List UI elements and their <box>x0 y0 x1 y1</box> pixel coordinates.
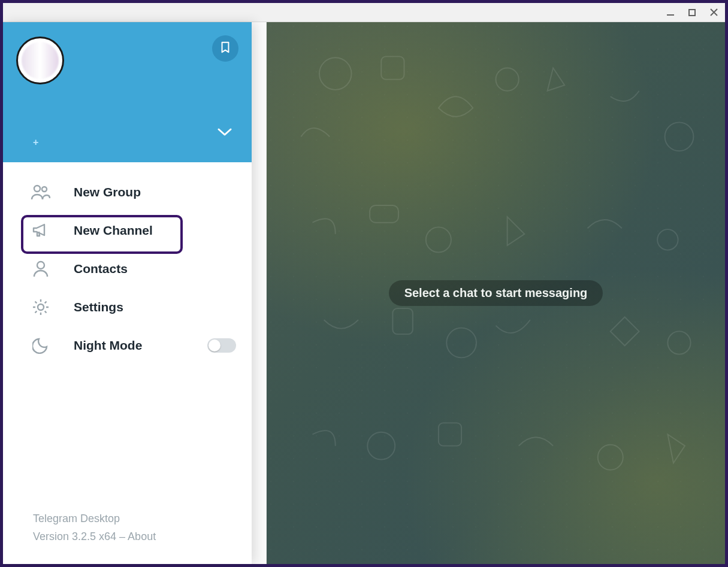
svg-rect-1 <box>689 10 695 16</box>
svg-point-11 <box>665 122 694 151</box>
drawer-menu: New Group New Channel <box>3 162 252 365</box>
menu-item-new-group[interactable]: New Group <box>3 173 252 211</box>
svg-point-7 <box>38 304 44 310</box>
svg-point-20 <box>598 445 623 470</box>
toggle-knob <box>209 339 220 351</box>
menu-label: New Group <box>74 185 141 199</box>
close-button[interactable] <box>709 8 718 17</box>
app-window: + New Group <box>0 0 728 567</box>
menu-label: Settings <box>74 300 123 314</box>
menu-label: New Channel <box>74 223 153 238</box>
svg-rect-19 <box>439 423 461 445</box>
drawer-header: + <box>3 22 252 162</box>
maximize-button[interactable] <box>688 8 696 17</box>
menu-item-contacts[interactable]: Contacts <box>3 250 252 288</box>
drawer-footer: Telegram Desktop Version 3.2.5 x64 – Abo… <box>3 510 252 564</box>
avatar[interactable] <box>16 37 64 84</box>
svg-point-17 <box>667 331 690 354</box>
app-name-label: Telegram Desktop <box>33 510 252 528</box>
empty-chat-hint: Select a chat to start messaging <box>389 280 603 306</box>
version-label[interactable]: Version 3.2.5 x64 – About <box>33 527 252 546</box>
chat-background: Select a chat to start messaging <box>267 22 725 564</box>
group-icon <box>31 182 51 202</box>
main-menu-drawer: + New Group <box>3 22 252 564</box>
menu-label: Night Mode <box>74 338 142 353</box>
title-bar <box>3 3 725 22</box>
person-icon <box>31 259 51 279</box>
menu-item-night-mode[interactable]: Night Mode <box>3 326 252 365</box>
svg-point-16 <box>446 328 476 358</box>
svg-point-10 <box>496 68 519 91</box>
svg-point-13 <box>426 227 451 252</box>
add-account-indicator: + <box>33 137 38 148</box>
svg-rect-12 <box>370 205 398 223</box>
menu-item-settings[interactable]: Settings <box>3 288 252 326</box>
minimize-button[interactable] <box>666 8 675 17</box>
menu-item-new-channel[interactable]: New Channel <box>3 211 252 250</box>
gear-icon <box>31 297 51 317</box>
svg-point-8 <box>319 57 352 90</box>
megaphone-icon <box>31 220 51 241</box>
chevron-down-icon <box>217 127 232 139</box>
toggle-track <box>207 338 236 353</box>
night-mode-toggle[interactable] <box>207 338 236 353</box>
svg-point-5 <box>42 187 47 192</box>
svg-rect-9 <box>381 56 404 79</box>
menu-label: Contacts <box>74 262 128 276</box>
bookmark-icon <box>220 41 231 56</box>
moon-icon <box>31 335 51 356</box>
account-expand-button[interactable] <box>216 124 234 142</box>
svg-rect-15 <box>392 308 412 334</box>
svg-point-14 <box>657 229 678 250</box>
svg-point-6 <box>37 262 44 269</box>
app-body: + New Group <box>3 22 725 564</box>
saved-messages-button[interactable] <box>212 35 238 62</box>
svg-point-4 <box>34 186 40 192</box>
svg-point-18 <box>367 432 395 460</box>
